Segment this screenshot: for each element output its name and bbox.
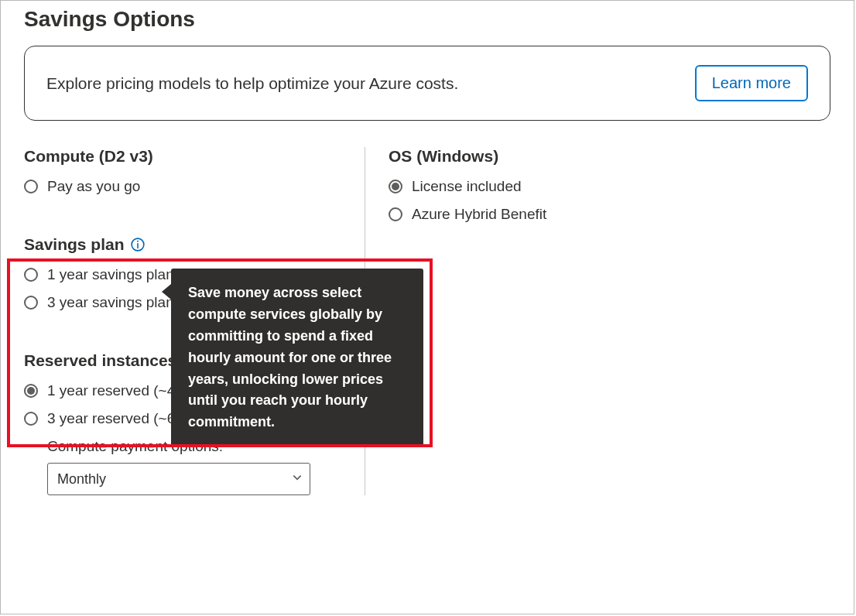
reserved-heading-text: Reserved instances <box>24 351 176 370</box>
radio-icon[interactable] <box>24 296 38 310</box>
savings-plan-tooltip: Save money across select compute service… <box>171 269 423 447</box>
compute-heading-text: Compute (D2 v3) <box>24 147 153 166</box>
radio-label: Azure Hybrid Benefit <box>412 206 546 223</box>
compute-heading: Compute (D2 v3) <box>24 147 357 166</box>
radio-icon[interactable] <box>24 412 38 426</box>
os-heading: OS (Windows) <box>389 147 830 166</box>
radio-icon[interactable] <box>24 384 38 398</box>
payment-options-select[interactable]: Monthly <box>47 463 310 495</box>
svg-point-2 <box>137 241 139 242</box>
radio-icon[interactable] <box>24 268 38 282</box>
radio-icon[interactable] <box>24 180 38 193</box>
os-heading-text: OS (Windows) <box>389 147 498 166</box>
savings-plan-heading-text: Savings plan <box>24 235 125 254</box>
select-value: Monthly <box>57 471 106 488</box>
info-banner: Explore pricing models to help optimize … <box>24 46 830 121</box>
radio-pay-as-you-go[interactable]: Pay as you go <box>24 178 357 195</box>
page-title: Savings Options <box>24 7 830 32</box>
radio-label: Pay as you go <box>47 178 140 195</box>
info-icon[interactable] <box>131 238 145 252</box>
radio-icon[interactable] <box>389 180 402 193</box>
radio-azure-hybrid-benefit[interactable]: Azure Hybrid Benefit <box>389 206 830 223</box>
radio-license-included[interactable]: License included <box>389 178 830 195</box>
radio-label: License included <box>412 178 522 195</box>
banner-text: Explore pricing models to help optimize … <box>46 74 458 93</box>
learn-more-button[interactable]: Learn more <box>695 65 808 101</box>
savings-plan-heading: Savings plan <box>24 235 357 254</box>
radio-icon[interactable] <box>389 207 402 221</box>
